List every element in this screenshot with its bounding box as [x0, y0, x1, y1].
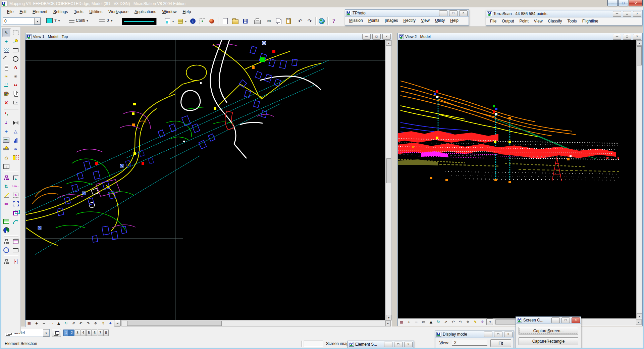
tool-slope-arrows[interactable]: 5.0%→: [11, 182, 20, 191]
tool-modify-element[interactable]: ↗: [11, 98, 20, 107]
view-toggle-4[interactable]: 4: [80, 330, 86, 336]
view-toggle-7[interactable]: 7: [98, 330, 103, 336]
scroll-left-button[interactable]: ◄: [486, 318, 493, 325]
render-sphere-button[interactable]: [207, 17, 216, 26]
tphoto-menu-images[interactable]: Images: [382, 17, 400, 23]
tphoto-menu-help[interactable]: Help: [447, 17, 461, 23]
view2-maximize-button[interactable]: ▢: [623, 34, 631, 40]
models-dropdown-icon[interactable]: ▼: [171, 17, 175, 26]
copy-button[interactable]: [274, 17, 283, 26]
tool-split-window[interactable]: [2, 162, 11, 170]
menu-help[interactable]: Help: [179, 8, 194, 15]
tool-place-point[interactable]: +: [2, 37, 11, 46]
view2-minimize-button[interactable]: —: [613, 34, 621, 40]
terrascan-menu-file[interactable]: File: [487, 18, 499, 24]
paste-button[interactable]: [284, 17, 292, 26]
element-information-button[interactable]: i: [189, 17, 197, 26]
tool-hatch-area[interactable]: [2, 217, 11, 226]
tool-road-corner[interactable]: [11, 173, 20, 182]
tphoto-menu-view[interactable]: View: [418, 17, 432, 23]
tool-histogram[interactable]: [11, 136, 20, 144]
element-color-swatch[interactable]: [122, 18, 157, 25]
screen-capture-title-bar[interactable]: Screen C... — ▢ ×: [516, 317, 581, 324]
tool-cells[interactable]: [2, 63, 11, 72]
view1-close-button[interactable]: ×: [382, 34, 391, 40]
tool-point-star[interactable]: ✳: [11, 72, 20, 81]
terrascan-menu-output[interactable]: Output: [499, 18, 517, 24]
print-button[interactable]: [253, 17, 262, 26]
cut-button[interactable]: ✂: [265, 17, 274, 26]
display-mode-title-bar[interactable]: Display mode — ▢ ×: [435, 331, 514, 338]
tool-place-shape[interactable]: [11, 46, 20, 54]
element-selection-minimize-button[interactable]: —: [384, 342, 392, 347]
window-area-button[interactable]: ▭: [420, 319, 427, 325]
menu-applications[interactable]: Applications: [131, 8, 159, 15]
view-next-button[interactable]: ↷: [457, 319, 464, 325]
tool-group-flow[interactable]: [2, 237, 11, 246]
tool-3d-box[interactable]: [11, 208, 20, 217]
minimize-button[interactable]: —: [607, 0, 618, 6]
line-style-picker[interactable]: Conti ▼: [69, 18, 88, 23]
tool-light-point[interactable]: ☀: [2, 72, 11, 81]
redo-button[interactable]: ↷: [305, 17, 314, 26]
terrascan-menu-view[interactable]: View: [531, 18, 545, 24]
tool-change-attributes[interactable]: [2, 90, 11, 98]
tool-copy-element[interactable]: [11, 90, 20, 98]
view-attributes-button[interactable]: ▦: [25, 320, 33, 326]
tool-point-markers[interactable]: [2, 110, 11, 118]
zoom-out-button[interactable]: −: [40, 320, 48, 326]
tphoto-menu-mission[interactable]: Mission: [346, 17, 366, 23]
view1-title-bar[interactable]: View 1 - Model - Top — ▢ ×: [25, 33, 392, 40]
tool-place-house[interactable]: ⌂: [2, 153, 11, 162]
tphoto-minimize-button[interactable]: —: [439, 10, 447, 16]
pan-view-button[interactable]: ⇗: [442, 319, 449, 325]
tool-section-label[interactable]: [2, 208, 11, 217]
active-level-picker[interactable]: 7 ▼: [46, 18, 60, 23]
tool-place-arc[interactable]: [2, 55, 11, 63]
tool-fence[interactable]: [11, 29, 20, 37]
view2-content[interactable]: [398, 40, 636, 318]
copy-view-button[interactable]: ❖: [464, 319, 472, 325]
display-mode-close-button[interactable]: ×: [504, 332, 513, 337]
references-button[interactable]: [176, 17, 184, 26]
fly-view-button[interactable]: ✈: [107, 320, 114, 326]
element-selection-maximize-button[interactable]: ▢: [394, 342, 402, 347]
screen-capture-minimize-button[interactable]: —: [551, 317, 560, 323]
tphoto-menu-points[interactable]: Points: [366, 17, 382, 23]
rotate-view-button[interactable]: ↻: [435, 319, 442, 325]
tphoto-menu-rectify[interactable]: Rectify: [400, 17, 418, 23]
combo-arrow-icon[interactable]: ▼: [34, 18, 41, 24]
view-next-button[interactable]: ↷: [85, 320, 92, 326]
tool-place-text[interactable]: A: [11, 63, 20, 72]
zoom-in-button[interactable]: +: [33, 320, 40, 326]
tool-fit-curve[interactable]: ≈: [11, 145, 20, 153]
view2-vertical-scrollbar[interactable]: ▲ ▼: [636, 40, 642, 319]
tphoto-maximize-button[interactable]: ▢: [449, 10, 458, 16]
fit-view-button[interactable]: ▲: [55, 320, 62, 326]
tool-group-flow-2[interactable]: [2, 257, 11, 266]
help-button[interactable]: ?: [329, 17, 338, 26]
copy-view-button[interactable]: ❖: [92, 320, 99, 326]
fly-view-button[interactable]: ✈: [479, 319, 486, 325]
view-previous-button[interactable]: ↶: [449, 319, 457, 325]
scroll-up-button[interactable]: ▲: [386, 40, 391, 46]
scroll-down-button[interactable]: ▼: [386, 315, 391, 320]
tphoto-menu-utility[interactable]: Utility: [432, 17, 447, 23]
screen-capture-close-button[interactable]: ×: [572, 317, 580, 323]
terrascan-maximize-button[interactable]: ▢: [623, 11, 631, 17]
tool-tin-surface[interactable]: [11, 118, 20, 127]
view-toggle-5[interactable]: 5: [86, 330, 92, 336]
capture-rectangle-button[interactable]: Capture Rectangle: [519, 337, 578, 345]
web-browser-button[interactable]: [317, 17, 326, 26]
view2-title-bar[interactable]: View 2 - Model — ▢ ×: [398, 33, 642, 40]
scroll-right-button[interactable]: ►: [636, 319, 641, 325]
view1-maximize-button[interactable]: ▢: [372, 34, 381, 40]
terrascan-title-bar[interactable]: TerraScan - 44 886 584 points — ▢ ×: [486, 10, 642, 17]
fit-view-button[interactable]: ▲: [427, 319, 435, 325]
scrollbar-thumb[interactable]: [127, 321, 222, 326]
rotate-view-button[interactable]: ↻: [62, 320, 70, 326]
open-file-button[interactable]: [231, 17, 239, 26]
view-toggle-1[interactable]: 1: [63, 330, 69, 336]
view1-horizontal-scrollbar[interactable]: ►: [121, 320, 391, 327]
menu-workspace[interactable]: Workspace: [105, 8, 131, 15]
